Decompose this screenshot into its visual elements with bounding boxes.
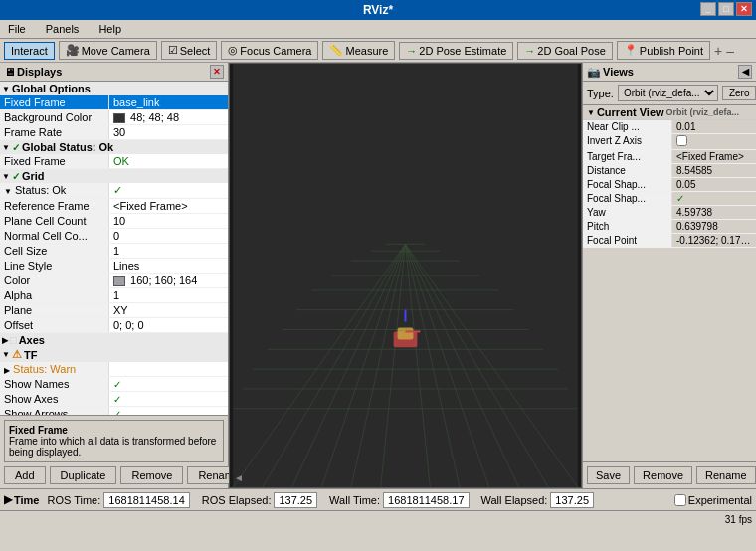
show-names-row[interactable]: Show Names ✓ bbox=[0, 377, 228, 392]
plane-value[interactable]: XY bbox=[109, 303, 228, 317]
time-title: Time bbox=[14, 494, 39, 506]
show-names-label: Show Names bbox=[0, 377, 109, 391]
fps-display: 31 fps bbox=[725, 514, 752, 525]
center-viewport[interactable]: ◄ bbox=[229, 63, 582, 488]
plane-row[interactable]: Plane XY bbox=[0, 303, 228, 318]
fixed-frame-status-value: OK bbox=[109, 154, 228, 168]
menu-file[interactable]: File bbox=[4, 22, 30, 36]
interact-button[interactable]: Interact bbox=[4, 42, 55, 60]
show-arrows-row[interactable]: Show Arrows ✓ bbox=[0, 407, 228, 415]
duplicate-button[interactable]: Duplicate bbox=[50, 466, 117, 484]
measure-button[interactable]: 📏 Measure bbox=[322, 41, 395, 60]
offset-value[interactable]: 0; 0; 0 bbox=[109, 318, 228, 332]
fixed-frame-row[interactable]: Fixed Frame base_link bbox=[0, 95, 228, 110]
global-options-chevron: ▼ bbox=[2, 85, 10, 93]
grid-status-label: ▼ Status: Ok bbox=[0, 183, 109, 198]
yaw-row[interactable]: Yaw 4.59738 bbox=[583, 206, 756, 220]
close-button[interactable]: ✕ bbox=[736, 2, 752, 16]
offset-row[interactable]: Offset 0; 0; 0 bbox=[0, 318, 228, 333]
near-clip-row[interactable]: Near Clip ... 0.01 bbox=[583, 120, 756, 134]
displays-close-button[interactable]: ✕ bbox=[210, 65, 224, 79]
line-style-row[interactable]: Line Style Lines bbox=[0, 259, 228, 274]
tooltip-box: Fixed Frame Frame into which all data is… bbox=[4, 420, 224, 462]
views-remove-button[interactable]: Remove bbox=[634, 466, 692, 484]
line-style-value[interactable]: Lines bbox=[109, 259, 228, 273]
focal-shape1-value[interactable]: 0.05 bbox=[672, 178, 756, 191]
focus-camera-button[interactable]: ◎ Focus Camera bbox=[221, 41, 318, 60]
select-button[interactable]: ☑ Select bbox=[161, 41, 218, 60]
frame-rate-row[interactable]: Frame Rate 30 bbox=[0, 125, 228, 140]
global-options-section[interactable]: ▼ Global Options bbox=[0, 82, 228, 95]
invert-z-checkbox[interactable] bbox=[676, 135, 687, 146]
focal-point-row[interactable]: Focal Point -0.12362; 0.1705... bbox=[583, 234, 756, 248]
axes-section[interactable]: ▶ □ Axes bbox=[0, 333, 228, 347]
reference-frame-row[interactable]: Reference Frame <Fixed Frame> bbox=[0, 199, 228, 214]
wall-elapsed-value: 137.25 bbox=[550, 492, 594, 508]
distance-label: Distance bbox=[583, 164, 672, 177]
focal-shape2-value[interactable]: ✓ bbox=[672, 192, 756, 205]
alpha-row[interactable]: Alpha 1 bbox=[0, 288, 228, 303]
bg-color-label: Background Color bbox=[0, 110, 109, 124]
add-button[interactable]: Add bbox=[4, 466, 46, 484]
frame-rate-label: Frame Rate bbox=[0, 125, 109, 139]
alpha-value[interactable]: 1 bbox=[109, 288, 228, 302]
remove-button[interactable]: Remove bbox=[120, 466, 183, 484]
wall-time-value: 1681811458.17 bbox=[383, 492, 469, 508]
color-swatch bbox=[113, 276, 125, 286]
fixed-frame-status-label: Fixed Frame bbox=[0, 154, 109, 168]
grid-label: Grid bbox=[22, 170, 45, 182]
plane-cell-count-value[interactable]: 10 bbox=[109, 214, 228, 228]
measure-icon: 📏 bbox=[329, 44, 343, 57]
pitch-row[interactable]: Pitch 0.639798 bbox=[583, 220, 756, 234]
target-frame-value[interactable]: <Fixed Frame> bbox=[672, 150, 756, 163]
views-close-button[interactable]: ◀ bbox=[738, 65, 752, 79]
experimental-checkbox[interactable] bbox=[674, 494, 686, 506]
fixed-frame-value[interactable]: base_link bbox=[109, 95, 228, 109]
focal-shape1-row[interactable]: Focal Shap... 0.05 bbox=[583, 178, 756, 192]
normal-cell-value[interactable]: 0 bbox=[109, 229, 228, 243]
color-row[interactable]: Color 160; 160; 164 bbox=[0, 274, 228, 288]
views-rename-button[interactable]: Rename bbox=[696, 466, 756, 484]
normal-cell-row[interactable]: Normal Cell Co... 0 bbox=[0, 229, 228, 244]
move-camera-button[interactable]: 🎥 Move Camera bbox=[59, 41, 157, 60]
maximize-button[interactable]: □ bbox=[718, 2, 734, 16]
global-status-section[interactable]: ▼ ✓ Global Status: Ok bbox=[0, 140, 228, 154]
color-value: 160; 160; 164 bbox=[109, 274, 228, 287]
cell-size-value[interactable]: 1 bbox=[109, 244, 228, 258]
show-axes-row[interactable]: Show Axes ✓ bbox=[0, 392, 228, 407]
distance-row[interactable]: Distance 8.54585 bbox=[583, 164, 756, 178]
grid-section[interactable]: ▼ ✓ Grid bbox=[0, 169, 228, 183]
views-save-button[interactable]: Save bbox=[587, 466, 630, 484]
menu-help[interactable]: Help bbox=[94, 22, 125, 36]
tf-section[interactable]: ▼ ⚠ TF bbox=[0, 347, 228, 362]
minimize-button[interactable]: _ bbox=[700, 2, 716, 16]
time-expand-button[interactable]: ▶ bbox=[4, 493, 12, 506]
focal-point-value[interactable]: -0.12362; 0.1705... bbox=[672, 234, 756, 247]
zero-button[interactable]: Zero bbox=[722, 86, 756, 100]
target-frame-row[interactable]: Target Fra... <Fixed Frame> bbox=[583, 150, 756, 164]
ros-elapsed-field: ROS Elapsed: 137.25 bbox=[202, 492, 317, 508]
near-clip-value[interactable]: 0.01 bbox=[672, 120, 756, 133]
wall-elapsed-field: Wall Elapsed: 137.25 bbox=[481, 492, 595, 508]
add-toolbar-button[interactable]: + bbox=[714, 43, 722, 59]
plane-cell-count-row[interactable]: Plane Cell Count 10 bbox=[0, 214, 228, 229]
tf-status-row: ▶ Status: Warn bbox=[0, 362, 228, 377]
ros-elapsed-label: ROS Elapsed: bbox=[202, 494, 272, 506]
remove-toolbar-button[interactable]: – bbox=[726, 43, 734, 59]
cell-size-row[interactable]: Cell Size 1 bbox=[0, 244, 228, 259]
ros-time-value: 1681811458.14 bbox=[103, 492, 189, 508]
3d-viewport[interactable]: ◄ bbox=[230, 64, 581, 487]
wall-time-field: Wall Time: 1681811458.17 bbox=[329, 492, 469, 508]
bg-color-row[interactable]: Background Color 48; 48; 48 bbox=[0, 110, 228, 125]
menu-panels[interactable]: Panels bbox=[42, 22, 84, 36]
views-icon: 📷 bbox=[587, 66, 601, 79]
pitch-value[interactable]: 0.639798 bbox=[672, 220, 756, 233]
goal-pose-button[interactable]: → 2D Goal Pose bbox=[517, 42, 612, 60]
pose-estimate-button[interactable]: → 2D Pose Estimate bbox=[399, 42, 513, 60]
yaw-value[interactable]: 4.59738 bbox=[672, 206, 756, 219]
distance-value[interactable]: 8.54585 bbox=[672, 164, 756, 177]
view-type-select[interactable]: Orbit (rviz_defa... bbox=[618, 85, 718, 101]
invert-z-row[interactable]: Invert Z Axis bbox=[583, 134, 756, 150]
publish-point-button[interactable]: 📍 Publish Point bbox=[617, 41, 710, 60]
focal-shape2-row[interactable]: Focal Shap... ✓ bbox=[583, 192, 756, 206]
